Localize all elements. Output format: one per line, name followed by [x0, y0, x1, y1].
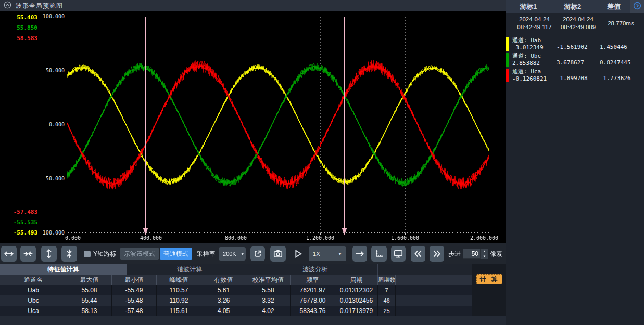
- table-cell: 110.92: [157, 295, 201, 306]
- table-cell: -55.48: [112, 295, 157, 306]
- table-header-cell: 最小值: [112, 275, 157, 285]
- table-cell: [396, 306, 472, 316]
- screenshot-button[interactable]: [270, 246, 286, 262]
- sample-rate-label: 采样率: [197, 250, 216, 258]
- waveform-analyzer-window: 波形全局预览图 100.000 50.000 0.000 -50.000 -10…: [0, 0, 644, 325]
- cursor-time-row: 2024-04-24 08:42:49 117 2024-04-24 08:42…: [512, 16, 640, 31]
- table-cell: 76778.00: [291, 295, 335, 306]
- expand-horizontal-button[interactable]: [1, 246, 17, 262]
- cursor2-time: 2024-04-24 08:42:49 089: [557, 16, 600, 31]
- table-cell: Uca: [0, 306, 67, 316]
- step-increment-button[interactable]: ▲: [481, 249, 488, 254]
- table-cell: 76201.97: [291, 285, 335, 295]
- table-row: Uab55.08-55.49110.575.615.5876201.970.01…: [0, 285, 472, 295]
- tab-filter-analysis[interactable]: 滤波分析: [252, 264, 378, 275]
- double-chevron-right-icon: [432, 249, 442, 259]
- expand-vertical-icon: [44, 249, 54, 259]
- table-cell: 115.61: [157, 306, 201, 316]
- y-axis-label: 50.000: [30, 68, 65, 73]
- cursor2-value: 3.678627: [557, 59, 584, 66]
- ruler-icon: [374, 249, 384, 259]
- cursor-readout-max-uab: 55.403: [3, 14, 37, 21]
- play-button[interactable]: [291, 246, 305, 262]
- feature-value-table: 通道名最大值最小值峰峰值有效值校准平均值频率周期周期数Uab55.08-55.4…: [0, 275, 472, 316]
- table-cell: 55.08: [67, 285, 112, 295]
- table-row: Uca58.13-57.48115.614.054.0258343.760.01…: [0, 306, 472, 316]
- normal-mode-button[interactable]: 普通模式: [160, 248, 192, 260]
- table-header-cell: 有效值: [201, 275, 246, 285]
- table-header-cell: 校准平均值: [246, 275, 291, 285]
- y-axis-cursor-checkbox[interactable]: [84, 251, 91, 257]
- table-row: Ubc55.44-55.48110.923.263.3276778.000.01…: [0, 295, 472, 306]
- table-cell: 46: [378, 295, 396, 306]
- monitor-icon: [393, 249, 403, 259]
- calculate-button[interactable]: 计 算: [476, 274, 502, 284]
- diff-value: 1.450446: [600, 44, 627, 50]
- cursor-readout-max-ubc: 55.850: [3, 24, 37, 31]
- channel-label: 通道: Uab: [512, 36, 557, 44]
- table-cell: 3.26: [201, 295, 246, 306]
- table-cell: 4.05: [201, 306, 246, 316]
- table-cell: 0.01713979: [335, 306, 378, 316]
- arrow-right-icon: [355, 249, 365, 259]
- playback-speed-value: 1X: [313, 251, 320, 257]
- sample-rate-select[interactable]: 200K ▼: [219, 247, 246, 261]
- table-cell: -57.48: [112, 306, 157, 316]
- toolbar: Y轴游标 示波器模式 普通模式 采样率 200K ▼ 1X ▼: [0, 243, 506, 264]
- cursor1-value: 2.853882: [512, 60, 557, 67]
- sample-rate-value: 200K: [223, 251, 236, 257]
- waveform-plot[interactable]: [67, 17, 489, 240]
- step-forward-button[interactable]: [352, 246, 367, 262]
- channel-color-swatch: [506, 53, 509, 67]
- expand-vertical-button[interactable]: [41, 246, 57, 262]
- compress-vertical-button[interactable]: [61, 246, 77, 262]
- table-cell: [396, 285, 472, 295]
- cursor2-header: 游标2: [564, 2, 607, 11]
- table-cell: 58.13: [67, 306, 112, 316]
- page-left-button[interactable]: [411, 246, 425, 262]
- export-icon: [253, 249, 262, 258]
- table-cell: 0.01312302: [335, 285, 378, 295]
- table-header-cell: 最大值: [67, 275, 112, 285]
- x-axis-label: 0.000: [49, 235, 96, 241]
- table-cell: 7: [378, 285, 396, 295]
- calc-side-panel: [472, 264, 506, 316]
- x-axis-label: 2,000.000: [461, 235, 508, 241]
- tab-feature-calculation[interactable]: 特征值计算: [0, 264, 127, 275]
- table-cell: 110.57: [157, 285, 201, 295]
- compress-horizontal-button[interactable]: [20, 246, 36, 262]
- table-cell: 55.44: [67, 295, 112, 306]
- cursor-panel: 游标1 游标2 差值 2024-04-24 08:42:49 117 2024-…: [506, 0, 644, 325]
- table-cell: 5.61: [201, 285, 246, 295]
- diff-value: -1.773626: [600, 75, 631, 82]
- table-cell: 0.01302456: [335, 295, 378, 306]
- table-header-cell: 频率: [291, 275, 335, 285]
- fullscreen-button[interactable]: [391, 246, 406, 262]
- cursor1-value: -0.1260821: [512, 75, 557, 82]
- play-icon: [292, 248, 304, 259]
- oscilloscope-mode-button[interactable]: 示波器模式: [120, 248, 159, 260]
- cursor2-value: -1.561902: [557, 44, 588, 50]
- measure-button[interactable]: [371, 246, 387, 262]
- table-header-cell: 通道名: [0, 275, 67, 285]
- collapse-circle-icon[interactable]: [4, 1, 11, 11]
- table-cell: 3.32: [246, 295, 291, 306]
- step-decrement-button[interactable]: ▼: [481, 254, 488, 259]
- channel-color-swatch: [506, 69, 509, 82]
- cursor-readout-min-ubc: -55.535: [3, 219, 37, 226]
- export-button[interactable]: [250, 246, 265, 261]
- step-size-input[interactable]: [463, 249, 481, 259]
- table-cell: Ubc: [0, 295, 67, 306]
- playback-speed-select[interactable]: 1X ▼: [309, 246, 346, 261]
- table-cell: 25: [378, 306, 396, 316]
- table-header-cell: 周期数: [378, 275, 396, 285]
- cursor1-value: -3.012349: [512, 44, 557, 51]
- page-right-button[interactable]: [430, 246, 444, 262]
- tab-harmonic-calculation[interactable]: 谐波计算: [127, 264, 252, 275]
- table-header-cell: 峰峰值: [157, 275, 201, 285]
- y-axis-label: -50.000: [30, 176, 65, 181]
- camera-icon: [273, 249, 283, 259]
- table-footer-strip: [0, 316, 506, 325]
- expand-horizontal-icon: [4, 249, 14, 259]
- panel-collapse-corner[interactable]: [630, 0, 644, 13]
